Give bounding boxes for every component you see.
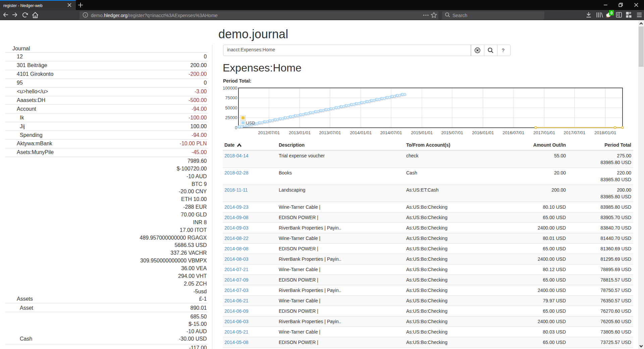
svg-text:2017/07/01: 2017/07/01 bbox=[564, 130, 585, 135]
svg-text:25000: 25000 bbox=[225, 115, 237, 120]
svg-text:2013/01/01: 2013/01/01 bbox=[289, 130, 311, 135]
svg-text:USD: USD bbox=[246, 120, 255, 126]
svg-text:?: ? bbox=[502, 47, 504, 53]
svg-text:2016/01/01: 2016/01/01 bbox=[472, 130, 494, 135]
svg-text:2013/07/01: 2013/07/01 bbox=[319, 130, 341, 135]
svg-text:2015/07/01: 2015/07/01 bbox=[441, 130, 463, 135]
svg-text:0: 0 bbox=[610, 11, 613, 15]
svg-text:2018/01/01: 2018/01/01 bbox=[594, 130, 616, 135]
svg-text:50000: 50000 bbox=[225, 105, 237, 110]
svg-text:2017/01/01: 2017/01/01 bbox=[533, 130, 555, 135]
svg-text:0: 0 bbox=[235, 125, 237, 130]
svg-text:100000: 100000 bbox=[223, 86, 237, 91]
svg-text:2014/07/01: 2014/07/01 bbox=[380, 130, 402, 135]
svg-text:2016/07/01: 2016/07/01 bbox=[502, 130, 524, 135]
svg-text:2014/01/01: 2014/01/01 bbox=[350, 130, 372, 135]
svg-text:75000: 75000 bbox=[225, 95, 237, 100]
svg-text:2012/07/01: 2012/07/01 bbox=[258, 130, 280, 135]
svg-text:2015/01/01: 2015/01/01 bbox=[411, 130, 433, 135]
